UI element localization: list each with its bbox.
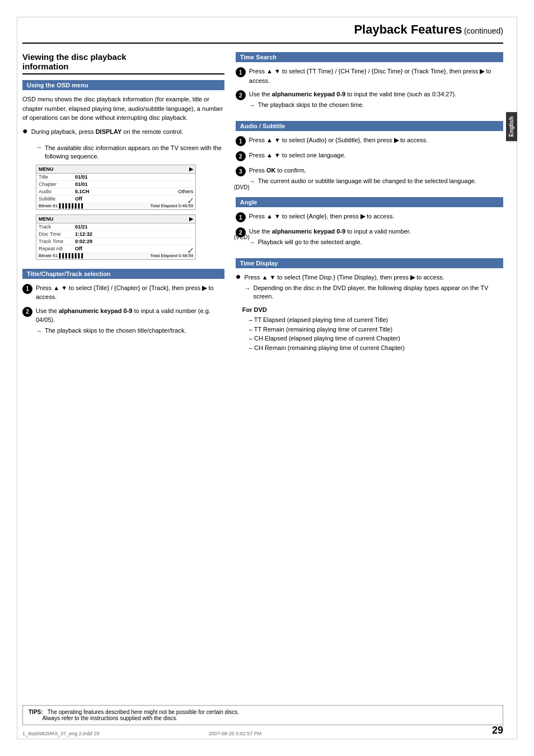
vcd-row-track-time: Track Time 0:02:29	[36, 238, 195, 245]
vcd-repeat-label: Repeat AB	[39, 246, 75, 251]
vcd-row-repeat: Repeat AB Off ✓	[36, 245, 195, 252]
vcd-track-time-value: 0:02:29	[75, 239, 193, 244]
vcd-menu-arrow: ▶	[189, 216, 193, 222]
vcd-track-time-label: Track Time	[39, 239, 75, 244]
angle-arrow-indent: → Playback will go to the selected angle…	[249, 238, 503, 248]
time-display-bullet: ● Press ▲ ▼ to select {Time Disp.} (Time…	[236, 273, 503, 303]
dvd-row-chapter: Chapter 01/01	[36, 181, 195, 188]
as-step-2-content: Press ▲ ▼ to select one language.	[249, 151, 503, 160]
vcd-disc-time-value: 1:12:32	[75, 231, 193, 237]
time-display-arrow-text: Depending on the disc in the DVD player,…	[253, 284, 503, 301]
dvd-item-2: – TT Remain (remaining playing time of c…	[249, 325, 503, 334]
as-step-1-content: Press ▲ ▼ to select {Audio} or {Subtitle…	[249, 136, 503, 145]
time-display-arrow: → Depending on the disc in the DVD playe…	[244, 284, 503, 301]
dvd-osd-container: MENU ▶ Title 01/01 Chapter 01/01 Audio	[36, 165, 224, 210]
angle-arrow-icon: →	[249, 238, 255, 248]
tips-text-2: Always refer to the instructions supplie…	[42, 715, 177, 721]
vcd-repeat-value: Off	[75, 246, 193, 251]
page-title-continued: (continued)	[464, 26, 503, 35]
time-display-section: Time Display ● Press ▲ ▼ to select {Time…	[236, 258, 503, 352]
ts-arrow-text: The playback skips to the chosen time.	[258, 101, 364, 109]
vcd-track-value: 01/21	[75, 224, 193, 230]
ts-step-1-content: Press ▲ ▼ to select {TT Time} / {CH Time…	[249, 67, 503, 85]
dvd-osd-footer: Bitrate 61 ▌▌▌▌▌▌▌▌ Total Elapsed 0:48:5…	[36, 202, 195, 209]
right-column: Time Search 1 Press ▲ ▼ to select {TT Ti…	[236, 52, 503, 361]
ts-step-2-content: Use the alphanumeric keypad 0-9 to input…	[249, 90, 503, 112]
dvd-audio-label: Audio	[39, 189, 75, 194]
ts-step-num-2: 2	[236, 90, 246, 100]
dvd-menu-arrow: ▶	[189, 166, 193, 172]
info-appears-arrow: → The available disc information appears…	[36, 144, 224, 161]
page-border-bottom	[17, 739, 517, 739]
dvd-subtitle-value: Off	[75, 196, 193, 202]
for-dvd-block: For DVD – TT Elapsed (elapsed playing ti…	[242, 306, 503, 352]
ts-step-num-1: 1	[236, 67, 246, 77]
dvd-chapter-label: Chapter	[39, 181, 75, 187]
angle-header: Angle	[236, 197, 503, 207]
as-step-3: 3 Press OK to confirm. → The current aud…	[236, 166, 503, 188]
dvd-chapter-value: 01/01	[75, 181, 193, 187]
step-num-1: 1	[22, 284, 32, 294]
angle-step-num-1: 1	[236, 212, 246, 222]
angle-step-2-content: Use the alphanumeric keypad 0-9 to input…	[249, 227, 503, 249]
vcd-menu-label: MENU	[39, 216, 54, 222]
dvd-title-value: 01/01	[75, 174, 193, 180]
page-title: Playback Features	[354, 22, 462, 36]
section-title: Viewing the disc playback information	[22, 52, 224, 74]
as-arrow-icon: →	[249, 177, 255, 186]
ts-arrow-icon: →	[249, 101, 255, 110]
vcd-checkmark-icon: ✓	[187, 245, 194, 256]
footer-file: 1_dvp5982MKII_37_eng 2.indd 29	[22, 731, 100, 736]
display-bullet: ● During playback, press DISPLAY on the …	[22, 127, 224, 141]
osd-body-text: OSD menu shows the disc playback informa…	[22, 95, 224, 123]
osd-menu-header: Using the OSD menu	[22, 80, 224, 90]
dvd-items-list: – TT Elapsed (elapsed playing time of cu…	[249, 315, 503, 352]
page-number: 29	[492, 725, 503, 736]
time-display-bullet-dot: ●	[236, 272, 241, 282]
angle-step-2: 2 Use the alphanumeric keypad 0-9 to inp…	[236, 227, 503, 249]
columns-layout: Viewing the disc playback information Us…	[22, 52, 503, 361]
dvd-item-4: – CH Remain (remaining playing time of c…	[249, 343, 503, 353]
page-border-left	[17, 17, 17, 739]
dvd-item-3: – CH Elapsed (elapsed playing time of cu…	[249, 334, 503, 343]
tips-text-1: The operating features described here mi…	[48, 709, 239, 715]
page-header: Playback Features (continued)	[22, 22, 503, 44]
time-display-arrow-icon: →	[244, 284, 250, 293]
step2-arrow-text: The playback skips to the chosen title/c…	[45, 326, 186, 335]
title-step-2: 2 Use the alphanumeric keypad 0-9 to inp…	[22, 306, 224, 338]
vcd-format-label: (VCD)	[234, 234, 250, 240]
tips-box: TIPS: The operating features described h…	[22, 705, 503, 725]
vcd-disc-time-label: Disc Time	[39, 231, 75, 237]
title-chapter-header: Title/Chapter/Track selection	[22, 269, 224, 279]
dvd-row-title: Title 01/01	[36, 174, 195, 181]
angle-arrow-text: Playback will go to the selected angle.	[258, 238, 362, 246]
dvd-title-label: Title	[39, 174, 75, 180]
as-step-2: 2 Press ▲ ▼ to select one language.	[236, 151, 503, 161]
dvd-bitrate: Bitrate 61 ▌▌▌▌▌▌▌▌	[39, 203, 85, 208]
left-column: Viewing the disc playback information Us…	[22, 52, 224, 361]
ts-step-2: 2 Use the alphanumeric keypad 0-9 to inp…	[236, 90, 503, 112]
language-tab: English	[506, 112, 517, 141]
step-2-content: Use the alphanumeric keypad 0-9 to input…	[36, 306, 224, 338]
time-display-bullet-content: Press ▲ ▼ to select {Time Disp.} (Time D…	[244, 273, 503, 303]
vcd-row-track: Track 01/21	[36, 223, 195, 231]
title-step-1: 1 Press ▲ ▼ to select {Title} / {Chapter…	[22, 283, 224, 302]
ts-step-1: 1 Press ▲ ▼ to select {TT Time} / {CH Ti…	[236, 67, 503, 85]
audio-subtitle-header: Audio / Subtitle	[236, 121, 503, 131]
as-step-1: 1 Press ▲ ▼ to select {Audio} or {Subtit…	[236, 136, 503, 146]
vcd-row-disc-time: Disc Time 1:12:32	[36, 231, 195, 238]
vcd-osd-footer: Bitrate 61 ▌▌▌▌▌▌▌▌ Total Elapsed 0:48:5…	[36, 252, 195, 259]
dvd-item-1: – TT Elapsed (elapsed playing time of cu…	[249, 315, 503, 325]
time-search-header: Time Search	[236, 52, 503, 62]
vcd-bitrate: Bitrate 61 ▌▌▌▌▌▌▌▌	[39, 253, 85, 258]
as-arrow-text: The current audio or subtitle language w…	[258, 177, 476, 185]
vcd-osd-box: MENU ▶ Track 01/21 Disc Time 1:12:32 T	[36, 214, 196, 260]
dvd-checkmark-icon: ✓	[187, 195, 194, 206]
bullet-dot-icon: ●	[22, 126, 28, 136]
as-step-3-content: Press OK to confirm. → The current audio…	[249, 166, 503, 188]
footer-info: 1_dvp5982MKII_37_eng 2.indd 29 2007-08-2…	[22, 731, 261, 736]
dvd-audio-value: 5.1CH	[75, 189, 174, 194]
dvd-row-audio: Audio 5.1CH Others	[36, 188, 195, 195]
time-display-header: Time Display	[236, 258, 503, 268]
title-chapter-section: Title/Chapter/Track selection 1 Press ▲ …	[22, 269, 224, 338]
